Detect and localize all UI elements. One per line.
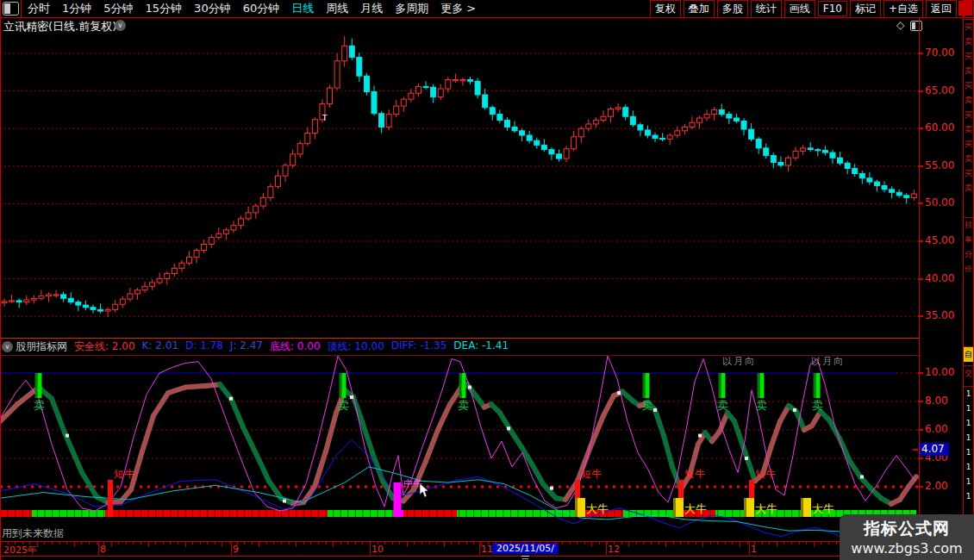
window-layout-icon[interactable] xyxy=(3,2,19,16)
right-strip-section-1[interactable]: 挂单分价 xyxy=(964,217,973,277)
annotation-note: 以月向 xyxy=(811,356,845,367)
period-tab-7[interactable]: 周线 xyxy=(326,1,348,16)
date-tick xyxy=(66,542,67,544)
date-tick xyxy=(436,542,437,544)
date-tick xyxy=(185,542,186,547)
sell-signal-label: 卖 xyxy=(812,399,823,412)
date-tick xyxy=(777,542,777,547)
price-label: 35.00 xyxy=(925,309,966,321)
strip-char: 卖 xyxy=(964,122,973,137)
period-tab-3[interactable]: 15分钟 xyxy=(146,1,183,16)
date-tick xyxy=(828,542,829,544)
date-tick xyxy=(784,542,784,544)
date-tick xyxy=(747,542,748,544)
strip-char: 买 xyxy=(964,78,973,93)
indicator-field-0: 安全线: 2.00 xyxy=(74,339,135,354)
current-value-badge: 4.07 xyxy=(920,443,949,456)
date-tick xyxy=(192,542,193,544)
collapse-icon[interactable]: ∨ xyxy=(2,341,13,352)
strip-top-box[interactable] xyxy=(964,0,974,18)
toolbar-button-4[interactable]: 画线 xyxy=(784,0,815,18)
date-tick xyxy=(44,542,45,544)
date-tick xyxy=(163,542,164,544)
strip-char: 1 xyxy=(964,401,973,416)
strip-char: 1 xyxy=(964,489,973,504)
top-toolbar: 分时1分钟5分钟15分钟30分钟60分钟日线周线月线多周期更多 > 复权叠加多股… xyxy=(0,0,974,18)
axis-border xyxy=(919,18,920,558)
period-tab-6[interactable]: 日线 xyxy=(291,1,314,16)
period-tab-2[interactable]: 5分钟 xyxy=(103,1,133,16)
toolbar-button-1[interactable]: 叠加 xyxy=(684,0,715,18)
date-tick xyxy=(347,542,348,544)
main-candlestick-chart[interactable]: T xyxy=(0,34,919,338)
strip-char: 买 xyxy=(964,137,973,152)
indicator-field-4: 底线: 0.00 xyxy=(270,339,321,354)
date-tick xyxy=(244,542,245,544)
indicator-values: 安全线: 2.00K: 2.01D: 1.78J: 2.47底线: 0.00顶线… xyxy=(74,339,509,354)
date-axis[interactable]: 2025年 2025/11/05/三 891011121 xyxy=(0,541,919,557)
date-tick xyxy=(732,542,733,544)
period-tabs: 分时1分钟5分钟15分钟30分钟60分钟日线周线月线多周期更多 > xyxy=(28,0,476,17)
chevron-down-icon[interactable]: ∨ xyxy=(115,20,126,31)
right-strip-section-3[interactable]: 交 xyxy=(964,365,973,381)
split-window-icon[interactable] xyxy=(910,21,922,31)
date-tick xyxy=(29,542,30,544)
date-tick xyxy=(665,542,666,547)
signal-strip-segment xyxy=(105,510,328,517)
date-tick xyxy=(696,542,696,544)
date-tick xyxy=(814,542,815,547)
period-tab-0[interactable]: 分时 xyxy=(28,1,50,16)
date-tick xyxy=(717,542,718,544)
toolbar-button-3[interactable]: 统计 xyxy=(751,0,782,18)
period-tab-8[interactable]: 月线 xyxy=(360,1,383,16)
strip-char: 买 xyxy=(964,20,973,34)
strip-char: 1 xyxy=(964,460,973,475)
right-side-strip[interactable]: 买卖买卖买卖买卖买卖买卖挂单分价自交11111111 xyxy=(964,0,973,560)
right-strip-section-4[interactable]: 11111111 xyxy=(964,386,973,504)
ribbon-segment xyxy=(82,473,97,497)
toolbar-button-8[interactable]: 返回 xyxy=(926,0,957,18)
right-strip-section-0[interactable]: 买卖买卖买卖买卖买卖买卖 xyxy=(964,19,973,196)
indicator-source[interactable]: 股朋指标网 xyxy=(16,339,67,354)
toolbar-button-6[interactable]: 标记 xyxy=(850,0,881,18)
date-tick xyxy=(503,542,503,544)
date-tick xyxy=(562,542,563,544)
date-tick xyxy=(651,542,652,544)
toolbar-button-0[interactable]: 复权 xyxy=(650,0,681,18)
short-bull-label: 短牛 xyxy=(114,468,134,480)
signal-strip-segment xyxy=(457,510,576,517)
strip-char: 1 xyxy=(964,387,973,401)
indicator-field-3: J: 2.47 xyxy=(230,339,263,354)
date-tick xyxy=(392,542,393,544)
date-tick xyxy=(126,542,127,544)
date-tick xyxy=(289,542,290,544)
date-tick xyxy=(310,542,311,544)
toolbar-button-2[interactable]: 多股 xyxy=(717,0,748,18)
date-tick xyxy=(22,542,23,544)
date-tick xyxy=(259,542,259,547)
month-label: 12 xyxy=(608,544,620,555)
period-tab-5[interactable]: 60分钟 xyxy=(243,1,280,16)
date-tick xyxy=(510,542,511,544)
date-tick xyxy=(725,542,726,544)
strip-char: 1 xyxy=(964,416,973,431)
toolbar-button-7[interactable]: +自选 xyxy=(883,0,923,18)
period-tab-9[interactable]: 多周期 xyxy=(395,1,428,16)
indicator-value-label: 2.00 xyxy=(925,480,966,492)
signal-strip-segment xyxy=(403,510,457,517)
diamond-icon[interactable]: ◇ xyxy=(896,19,904,31)
toolbar-button-5[interactable]: F10 xyxy=(818,1,847,16)
ribbon-segment xyxy=(748,461,755,481)
signal-strip-segment xyxy=(0,510,32,517)
indicator-value-label: 8.00 xyxy=(925,395,966,407)
indicator-value-label: 10.00 xyxy=(925,366,966,378)
right-strip-section-2[interactable]: 自 xyxy=(964,346,973,362)
ribbon-segment xyxy=(438,404,450,430)
period-tab-4[interactable]: 30分钟 xyxy=(194,1,231,16)
ribbon-segment xyxy=(908,476,916,487)
period-tab-1[interactable]: 1分钟 xyxy=(62,1,91,16)
period-tab-10[interactable]: 更多 > xyxy=(440,1,476,16)
date-tick xyxy=(303,542,304,544)
date-tick xyxy=(599,542,600,544)
indicator-chart[interactable]: 卖卖卖卖卖卖卖短牛短牛短牛短牛大牛大牛大牛大牛中牛以月向以月向 xyxy=(0,356,919,558)
